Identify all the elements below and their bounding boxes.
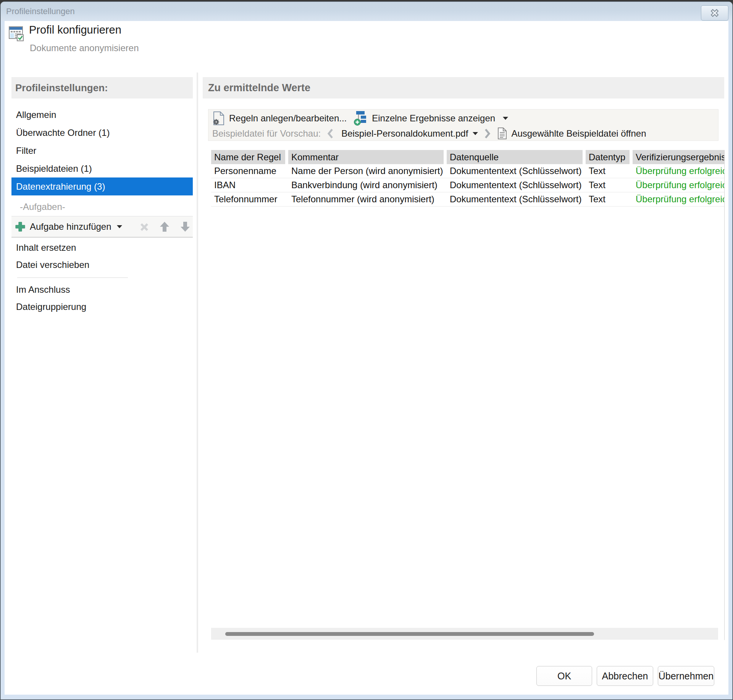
preview-file-dropdown[interactable]: Beispiel-Personaldokument.pdf: [341, 128, 468, 139]
task-list: Inhalt ersetzen Datei verschieben: [11, 239, 193, 273]
cell-type: Text: [586, 192, 630, 206]
horizontal-scrollbar[interactable]: [211, 628, 718, 640]
panel-divider: [197, 73, 198, 653]
cell-rule-name: IBAN: [211, 178, 285, 192]
cell-source: Dokumententext (Schlüsselwort): [447, 164, 583, 178]
delete-task-icon[interactable]: [138, 221, 150, 232]
sidebar-item-im-anschluss[interactable]: Im Anschluss: [11, 281, 193, 298]
add-icon: [15, 221, 26, 232]
sidebar-heading: Profileinstellungen:: [11, 77, 193, 98]
open-sample-file-button[interactable]: Ausgewählte Beispieldatei öffnen: [511, 128, 646, 139]
sidebar-divider: [17, 277, 128, 278]
sidebar-item-datenextrahierung[interactable]: Datenextrahierung (3): [11, 177, 193, 195]
page-title: Profil konfigurieren: [29, 24, 121, 36]
cell-rule-name: Personenname: [211, 164, 285, 178]
profile-window-icon: [7, 24, 25, 43]
scrollbar-thumb[interactable]: [225, 632, 594, 636]
content-layer: Profil konfigurieren Dokumente anonymisi…: [0, 0, 733, 700]
grid-right-border: [724, 150, 725, 640]
cell-verification: Überprüfung erfolgreich: [633, 164, 724, 178]
table-row[interactable]: Personenname Name der Person (wird anony…: [211, 164, 724, 178]
column-header-datentyp[interactable]: Datentyp: [586, 150, 630, 164]
column-header-kommentar[interactable]: Kommentar: [288, 150, 444, 164]
after-list: Im Anschluss Dateigruppierung: [11, 281, 193, 315]
table-body: Personenname Name der Person (wird anony…: [211, 164, 724, 206]
chevron-down-icon[interactable]: [503, 117, 508, 120]
cell-source: Dokumententext (Schlüsselwort): [447, 192, 583, 206]
cell-verification: Überprüfung erfolgreich: [633, 178, 724, 192]
edit-rules-button[interactable]: Regeln anlegen/bearbeiten...: [229, 113, 347, 124]
cancel-button[interactable]: Abbrechen: [597, 666, 653, 686]
sidebar-item-dateigruppierung[interactable]: Dateigruppierung: [11, 298, 193, 315]
column-header-datenquelle[interactable]: Datenquelle: [447, 150, 583, 164]
chevron-down-icon[interactable]: [473, 132, 478, 135]
table-row[interactable]: IBAN Bankverbindung (wird anonymisiert) …: [211, 178, 724, 192]
cell-comment: Telefonnummer (wird anonymisiert): [288, 192, 444, 206]
move-down-icon[interactable]: [179, 221, 192, 233]
task-item-datei-verschieben[interactable]: Datei verschieben: [11, 256, 193, 273]
cell-rule-name: Telefonnummer: [211, 192, 285, 206]
column-header-verifizierung[interactable]: Verifizierungsergebnis: [633, 150, 724, 164]
table-row[interactable]: Telefonnummer Telefonnummer (wird anonym…: [211, 192, 724, 206]
tasks-group-heading: -Aufgaben-: [11, 198, 65, 215]
document-icon: [497, 127, 507, 140]
main-heading: Zu ermittelnde Werte: [203, 77, 724, 98]
page-subtitle: Dokumente anonymisieren: [30, 43, 139, 53]
add-task-button[interactable]: Aufgabe hinzufügen: [30, 221, 111, 232]
table-header: Name der Regel Kommentar Datenquelle Dat…: [211, 150, 724, 164]
move-up-icon[interactable]: [158, 221, 171, 233]
sidebar-item-ueberwachte-ordner[interactable]: Überwachte Ordner (1): [11, 124, 193, 142]
cell-source: Dokumententext (Schlüsselwort): [447, 178, 583, 192]
cell-type: Text: [586, 178, 630, 192]
show-results-button[interactable]: Einzelne Ergebnisse anzeigen: [372, 113, 495, 124]
cell-comment: Bankverbindung (wird anonymisiert): [288, 178, 444, 192]
ok-button[interactable]: OK: [536, 666, 592, 686]
column-header-name[interactable]: Name der Regel: [211, 150, 285, 164]
task-toolbar: Aufgabe hinzufügen: [11, 216, 193, 237]
sidebar-item-beispieldateien[interactable]: Beispieldateien (1): [11, 160, 193, 177]
apply-button[interactable]: Übernehmen: [658, 666, 714, 686]
preview-file-label: Beispieldatei für Vorschau:: [212, 128, 321, 139]
previous-file-icon[interactable]: [327, 128, 334, 139]
values-toolbar: Regeln anlegen/bearbeiten... Einzelne Er…: [208, 109, 718, 141]
task-item-inhalt-ersetzen[interactable]: Inhalt ersetzen: [11, 239, 193, 256]
show-results-icon: [354, 110, 369, 126]
sidebar-item-filter[interactable]: Filter: [11, 142, 193, 160]
cell-type: Text: [586, 164, 630, 178]
sidebar-nav: Allgemein Überwachte Ordner (1) Filter B…: [11, 106, 193, 195]
chevron-down-icon[interactable]: [117, 225, 122, 228]
edit-rules-icon: [212, 111, 225, 126]
next-file-icon[interactable]: [484, 128, 491, 139]
cell-verification: Überprüfung erfolgreich: [633, 192, 724, 206]
sidebar-item-allgemein[interactable]: Allgemein: [11, 106, 193, 124]
cell-comment: Name der Person (wird anonymisiert): [288, 164, 444, 178]
